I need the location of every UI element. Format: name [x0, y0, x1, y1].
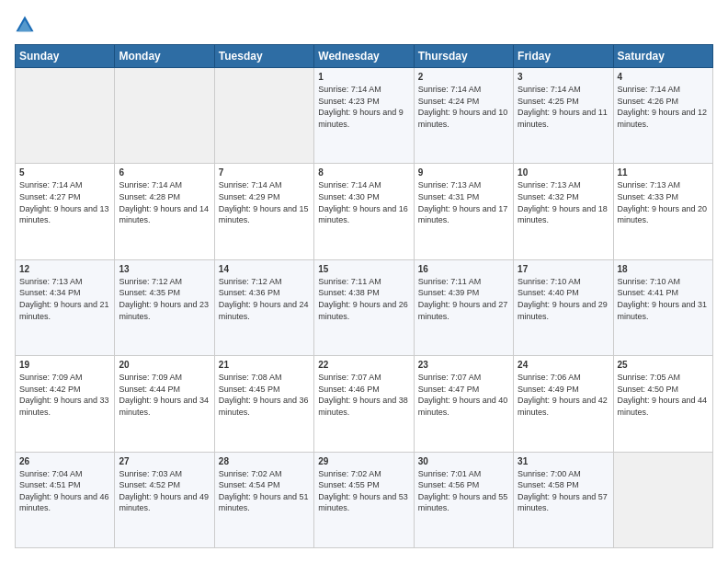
day-info: Sunrise: 7:14 AMSunset: 4:24 PMDaylight:… — [418, 84, 509, 130]
calendar-cell: 20Sunrise: 7:09 AMSunset: 4:44 PMDayligh… — [115, 356, 214, 452]
day-number: 6 — [119, 167, 210, 178]
day-number: 26 — [19, 456, 110, 466]
calendar-cell — [16, 68, 115, 164]
calendar-cell: 8Sunrise: 7:14 AMSunset: 4:30 PMDaylight… — [314, 164, 414, 259]
day-info: Sunrise: 7:07 AMSunset: 4:47 PMDaylight:… — [418, 372, 509, 418]
calendar-cell: 16Sunrise: 7:11 AMSunset: 4:39 PMDayligh… — [414, 259, 513, 355]
day-info: Sunrise: 7:02 AMSunset: 4:55 PMDaylight:… — [318, 468, 409, 514]
week-row-5: 26Sunrise: 7:04 AMSunset: 4:51 PMDayligh… — [16, 452, 713, 547]
day-number: 13 — [119, 264, 210, 274]
day-number: 9 — [418, 167, 509, 178]
weekday-header-thursday: Thursday — [414, 45, 513, 68]
day-info: Sunrise: 7:03 AMSunset: 4:52 PMDaylight:… — [119, 468, 210, 514]
calendar-cell: 15Sunrise: 7:11 AMSunset: 4:38 PMDayligh… — [314, 259, 414, 355]
day-info: Sunrise: 7:13 AMSunset: 4:33 PMDaylight:… — [618, 179, 709, 225]
calendar-header: SundayMondayTuesdayWednesdayThursdayFrid… — [16, 45, 713, 68]
calendar-cell: 28Sunrise: 7:02 AMSunset: 4:54 PMDayligh… — [214, 452, 313, 547]
calendar-cell: 4Sunrise: 7:14 AMSunset: 4:26 PMDaylight… — [613, 68, 712, 164]
day-info: Sunrise: 7:05 AMSunset: 4:50 PMDaylight:… — [618, 372, 709, 418]
day-number: 29 — [318, 456, 409, 466]
week-row-2: 5Sunrise: 7:14 AMSunset: 4:27 PMDaylight… — [16, 164, 713, 259]
day-number: 25 — [618, 360, 709, 370]
day-info: Sunrise: 7:04 AMSunset: 4:51 PMDaylight:… — [19, 468, 110, 514]
day-info: Sunrise: 7:02 AMSunset: 4:54 PMDaylight:… — [219, 468, 310, 514]
weekday-header-saturday: Saturday — [613, 45, 712, 68]
calendar-cell: 27Sunrise: 7:03 AMSunset: 4:52 PMDayligh… — [115, 452, 214, 547]
logo-icon — [15, 15, 35, 35]
weekday-header-friday: Friday — [514, 45, 613, 68]
day-number: 16 — [418, 264, 509, 274]
header — [15, 15, 713, 35]
calendar-cell: 25Sunrise: 7:05 AMSunset: 4:50 PMDayligh… — [613, 356, 712, 452]
calendar-cell: 21Sunrise: 7:08 AMSunset: 4:45 PMDayligh… — [214, 356, 313, 452]
day-number: 12 — [19, 264, 110, 274]
day-number: 20 — [119, 360, 210, 370]
calendar-cell: 5Sunrise: 7:14 AMSunset: 4:27 PMDaylight… — [16, 164, 115, 259]
week-row-4: 19Sunrise: 7:09 AMSunset: 4:42 PMDayligh… — [16, 356, 713, 452]
day-number: 21 — [219, 360, 310, 370]
day-info: Sunrise: 7:12 AMSunset: 4:35 PMDaylight:… — [119, 276, 210, 322]
calendar-cell: 24Sunrise: 7:06 AMSunset: 4:49 PMDayligh… — [514, 356, 613, 452]
calendar-cell: 22Sunrise: 7:07 AMSunset: 4:46 PMDayligh… — [314, 356, 414, 452]
calendar-cell — [115, 68, 214, 164]
day-info: Sunrise: 7:01 AMSunset: 4:56 PMDaylight:… — [418, 468, 509, 514]
day-number: 14 — [219, 264, 310, 274]
calendar-cell — [214, 68, 313, 164]
week-row-3: 12Sunrise: 7:13 AMSunset: 4:34 PMDayligh… — [16, 259, 713, 355]
calendar-cell: 11Sunrise: 7:13 AMSunset: 4:33 PMDayligh… — [613, 164, 712, 259]
day-number: 15 — [318, 264, 409, 274]
calendar-cell: 31Sunrise: 7:00 AMSunset: 4:58 PMDayligh… — [514, 452, 613, 547]
day-number: 30 — [418, 456, 509, 466]
day-number: 8 — [318, 167, 409, 178]
day-info: Sunrise: 7:06 AMSunset: 4:49 PMDaylight:… — [518, 372, 609, 418]
weekday-header-wednesday: Wednesday — [314, 45, 414, 68]
calendar-cell: 9Sunrise: 7:13 AMSunset: 4:31 PMDaylight… — [414, 164, 513, 259]
weekday-header-tuesday: Tuesday — [214, 45, 313, 68]
day-number: 17 — [518, 264, 609, 274]
day-info: Sunrise: 7:10 AMSunset: 4:41 PMDaylight:… — [618, 276, 709, 322]
day-info: Sunrise: 7:09 AMSunset: 4:44 PMDaylight:… — [119, 372, 210, 418]
day-info: Sunrise: 7:14 AMSunset: 4:28 PMDaylight:… — [119, 179, 210, 225]
day-info: Sunrise: 7:14 AMSunset: 4:30 PMDaylight:… — [318, 179, 409, 225]
day-info: Sunrise: 7:13 AMSunset: 4:34 PMDaylight:… — [19, 276, 110, 322]
day-info: Sunrise: 7:08 AMSunset: 4:45 PMDaylight:… — [219, 372, 310, 418]
weekday-header-sunday: Sunday — [16, 45, 115, 68]
calendar-cell: 7Sunrise: 7:14 AMSunset: 4:29 PMDaylight… — [214, 164, 313, 259]
day-info: Sunrise: 7:11 AMSunset: 4:38 PMDaylight:… — [318, 276, 409, 322]
calendar-cell: 18Sunrise: 7:10 AMSunset: 4:41 PMDayligh… — [613, 259, 712, 355]
calendar-cell: 10Sunrise: 7:13 AMSunset: 4:32 PMDayligh… — [514, 164, 613, 259]
calendar-body: 1Sunrise: 7:14 AMSunset: 4:23 PMDaylight… — [16, 68, 713, 548]
page: SundayMondayTuesdayWednesdayThursdayFrid… — [0, 0, 728, 563]
calendar-cell: 6Sunrise: 7:14 AMSunset: 4:28 PMDaylight… — [115, 164, 214, 259]
day-number: 28 — [219, 456, 310, 466]
day-number: 10 — [518, 167, 609, 178]
day-number: 4 — [618, 72, 709, 82]
calendar-table: SundayMondayTuesdayWednesdayThursdayFrid… — [15, 44, 713, 548]
calendar-cell: 3Sunrise: 7:14 AMSunset: 4:25 PMDaylight… — [514, 68, 613, 164]
calendar-cell: 2Sunrise: 7:14 AMSunset: 4:24 PMDaylight… — [414, 68, 513, 164]
day-info: Sunrise: 7:10 AMSunset: 4:40 PMDaylight:… — [518, 276, 609, 322]
day-info: Sunrise: 7:09 AMSunset: 4:42 PMDaylight:… — [19, 372, 110, 418]
day-info: Sunrise: 7:13 AMSunset: 4:32 PMDaylight:… — [518, 179, 609, 225]
day-info: Sunrise: 7:14 AMSunset: 4:29 PMDaylight:… — [219, 179, 310, 225]
day-info: Sunrise: 7:14 AMSunset: 4:23 PMDaylight:… — [318, 84, 409, 130]
day-number: 1 — [318, 72, 409, 82]
calendar-cell: 1Sunrise: 7:14 AMSunset: 4:23 PMDaylight… — [314, 68, 414, 164]
day-number: 7 — [219, 167, 310, 178]
logo — [15, 15, 39, 35]
day-number: 22 — [318, 360, 409, 370]
day-number: 5 — [19, 167, 110, 178]
day-number: 24 — [518, 360, 609, 370]
calendar-cell: 14Sunrise: 7:12 AMSunset: 4:36 PMDayligh… — [214, 259, 313, 355]
weekday-header-monday: Monday — [115, 45, 214, 68]
day-number: 3 — [518, 72, 609, 82]
day-info: Sunrise: 7:00 AMSunset: 4:58 PMDaylight:… — [518, 468, 609, 514]
calendar-cell: 17Sunrise: 7:10 AMSunset: 4:40 PMDayligh… — [514, 259, 613, 355]
day-info: Sunrise: 7:11 AMSunset: 4:39 PMDaylight:… — [418, 276, 509, 322]
day-info: Sunrise: 7:14 AMSunset: 4:27 PMDaylight:… — [19, 179, 110, 225]
calendar-cell: 13Sunrise: 7:12 AMSunset: 4:35 PMDayligh… — [115, 259, 214, 355]
calendar-cell — [613, 452, 712, 547]
day-number: 27 — [119, 456, 210, 466]
week-row-1: 1Sunrise: 7:14 AMSunset: 4:23 PMDaylight… — [16, 68, 713, 164]
weekday-row: SundayMondayTuesdayWednesdayThursdayFrid… — [16, 45, 713, 68]
